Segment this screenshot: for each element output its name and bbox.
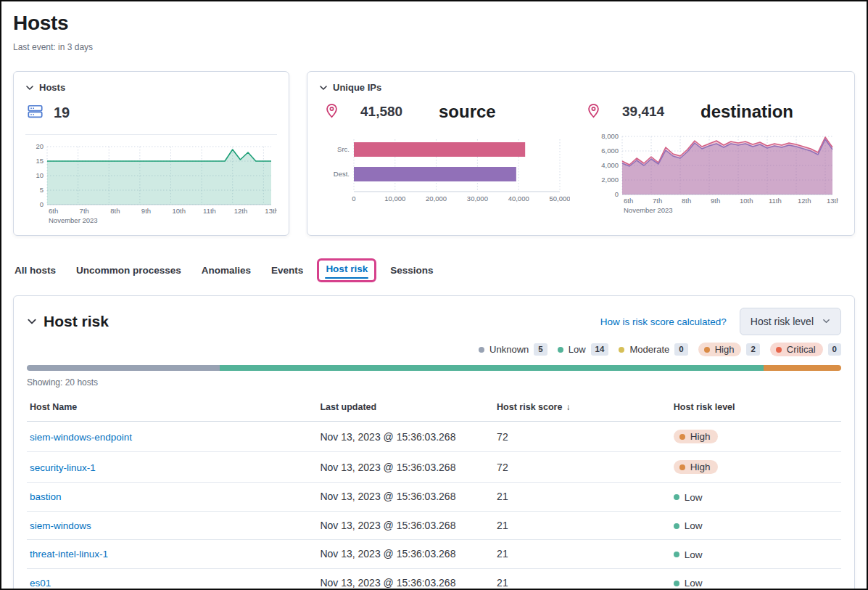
- host-name-link[interactable]: siem-windows-endpoint: [30, 432, 132, 443]
- tab-uncommon-processes[interactable]: Uncommon processes: [76, 265, 181, 276]
- unique-ips-metrics: 41,580 source 39,414 destination: [319, 102, 843, 122]
- column-label: Host risk score: [497, 402, 562, 412]
- host-risk-level-filter[interactable]: Host risk level: [740, 308, 841, 335]
- low-dot-icon: [558, 347, 563, 353]
- svg-text:6,000: 6,000: [601, 147, 619, 155]
- chart-canvas: 010,00020,00030,00040,00050,000Src.Dest.: [323, 132, 570, 209]
- hosts-page: Hosts Last event: in 3 days Hosts: [1, 1, 867, 590]
- svg-text:5: 5: [40, 186, 44, 194]
- svg-text:20: 20: [36, 142, 44, 150]
- host-name-link[interactable]: es01: [30, 578, 51, 589]
- svg-text:8th: 8th: [682, 197, 691, 205]
- host-risk-level-filter-label: Host risk level: [751, 316, 814, 327]
- last-updated-cell: Nov 13, 2023 @ 15:36:03.268: [314, 483, 491, 512]
- host-name-link[interactable]: siem-windows: [30, 520, 91, 531]
- last-updated-cell: Nov 13, 2023 @ 15:36:03.268: [314, 540, 491, 569]
- distribution-segment-high: [764, 365, 841, 371]
- svg-text:0: 0: [615, 190, 619, 198]
- host-risk-title-group: Host risk: [27, 313, 109, 330]
- tab-events[interactable]: Events: [271, 265, 303, 276]
- risk-level-badge: High: [674, 460, 718, 474]
- high-dot-icon: [704, 347, 710, 353]
- severity-dot-icon: [674, 581, 679, 586]
- svg-text:12th: 12th: [234, 207, 248, 215]
- source-ips-count: 41,580: [360, 104, 417, 120]
- legend-label: High: [715, 344, 735, 355]
- risk-score-cell: 21: [491, 540, 668, 569]
- legend-swatch-moderate: Moderate: [619, 344, 669, 355]
- chevron-down-icon[interactable]: [319, 83, 328, 92]
- risk-distribution-bar: [27, 365, 841, 371]
- risk-level-badge: Low: [674, 578, 703, 589]
- svg-text:20,000: 20,000: [426, 194, 447, 202]
- svg-text:40,000: 40,000: [508, 194, 529, 202]
- risk-level-badge: Low: [674, 520, 703, 531]
- table-header-row: Host Name Last updated Host risk score↓ …: [27, 393, 841, 422]
- host-name-link[interactable]: security-linux-1: [30, 462, 96, 473]
- legend-count: 0: [674, 343, 687, 356]
- destination-ips-stat: 39,414 destination: [581, 102, 843, 122]
- unique-ips-bar-chart: 010,00020,00030,00040,00050,000Src.Dest.: [323, 132, 570, 215]
- svg-text:8,000: 8,000: [601, 132, 619, 140]
- tab-sessions[interactable]: Sessions: [390, 265, 433, 276]
- host-name-link[interactable]: threat-intel-linux-1: [30, 549, 108, 560]
- table-row: es01Nov 13, 2023 @ 15:36:03.26821Low: [27, 568, 841, 590]
- host-name-cell: threat-intel-linux-1: [27, 540, 314, 569]
- host-name-link[interactable]: bastion: [30, 491, 62, 502]
- risk-score-calculated-link[interactable]: How is risk score calculated?: [600, 316, 727, 327]
- last-updated-cell: Nov 13, 2023 @ 15:36:03.268: [314, 511, 491, 540]
- svg-text:9th: 9th: [711, 197, 720, 205]
- legend-count: 14: [591, 343, 609, 356]
- risk-level-cell: High: [668, 422, 841, 452]
- chart-canvas: 051015206th7th8th9th10th11th12th13thNove…: [25, 142, 277, 225]
- hosts-kpi-panel: Hosts 19: [13, 71, 289, 236]
- host-name-cell: siem-windows-endpoint: [27, 422, 314, 452]
- column-last-updated[interactable]: Last updated: [314, 393, 491, 422]
- table-row: siem-windowsNov 13, 2023 @ 15:36:03.2682…: [27, 511, 841, 540]
- column-host-name[interactable]: Host Name: [27, 393, 314, 422]
- svg-text:13th: 13th: [827, 197, 838, 205]
- chevron-down-icon[interactable]: [27, 316, 37, 327]
- hosts-panel-title: Hosts: [39, 82, 65, 93]
- severity-dot-icon: [674, 552, 679, 557]
- svg-text:30,000: 30,000: [467, 194, 488, 202]
- risk-score-cell: 72: [491, 422, 668, 452]
- legend-label: Critical: [787, 344, 816, 355]
- tab-anomalies[interactable]: Anomalies: [202, 265, 251, 276]
- legend-count: 5: [534, 343, 547, 356]
- svg-text:November 2023: November 2023: [49, 216, 98, 224]
- chevron-down-icon[interactable]: [25, 83, 34, 92]
- svg-text:6th: 6th: [49, 207, 58, 215]
- svg-text:11th: 11th: [203, 207, 216, 215]
- hosts-icon: [27, 103, 44, 123]
- legend-high: High2: [698, 343, 760, 356]
- column-host-risk-level[interactable]: Host risk level: [668, 393, 841, 422]
- svg-text:12th: 12th: [798, 197, 811, 205]
- legend-label: Low: [569, 344, 586, 355]
- tab-all-hosts[interactable]: All hosts: [15, 265, 56, 276]
- svg-text:50,000: 50,000: [549, 194, 570, 202]
- svg-text:6th: 6th: [624, 197, 633, 205]
- tab-label: Uncommon processes: [76, 265, 181, 276]
- risk-level-cell: Low: [668, 540, 841, 569]
- legend-unknown: Unknown5: [479, 343, 547, 356]
- unknown-dot-icon: [479, 347, 484, 353]
- legend-label: Moderate: [629, 344, 669, 355]
- host-risk-panel: Host risk How is risk score calculated? …: [13, 295, 855, 590]
- unique-ips-charts: 010,00020,00030,00040,00050,000Src.Dest.…: [319, 132, 843, 215]
- host-risk-table-body: siem-windows-endpointNov 13, 2023 @ 15:3…: [27, 422, 841, 590]
- tab-host-risk[interactable]: Host risk: [317, 258, 376, 282]
- column-host-risk-score[interactable]: Host risk score↓: [491, 393, 668, 422]
- hosts-count: 19: [54, 105, 70, 121]
- source-ips-label: source: [439, 102, 496, 122]
- tab-label: Sessions: [390, 265, 433, 276]
- svg-text:7th: 7th: [80, 207, 89, 215]
- svg-text:0: 0: [40, 200, 44, 208]
- svg-text:7th: 7th: [653, 197, 662, 205]
- svg-text:13th: 13th: [265, 207, 277, 215]
- table-row: bastionNov 13, 2023 @ 15:36:03.26821Low: [27, 483, 841, 512]
- svg-text:15: 15: [36, 157, 44, 165]
- tab-label: Host risk: [326, 263, 368, 277]
- legend-count: 2: [746, 343, 759, 356]
- chevron-down-icon: [822, 316, 830, 327]
